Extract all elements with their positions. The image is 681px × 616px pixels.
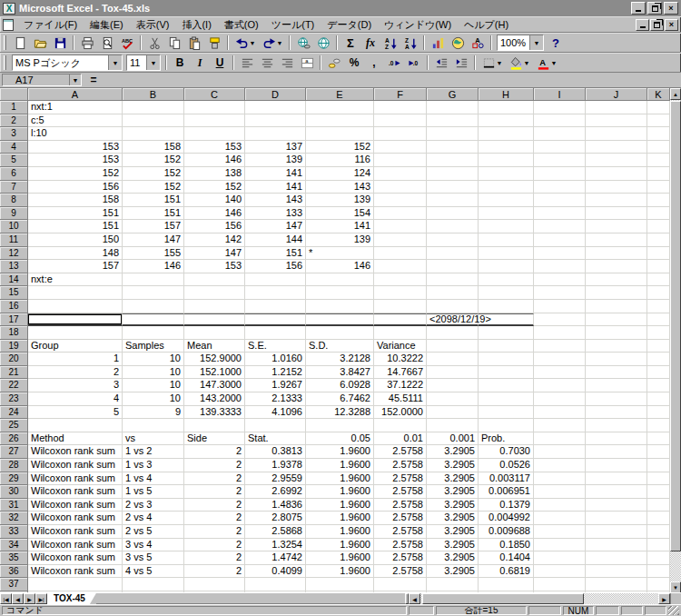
cell-J1[interactable] xyxy=(586,101,647,114)
select-all-corner[interactable] xyxy=(0,88,28,101)
cell-K36[interactable] xyxy=(647,565,670,579)
cell-D30[interactable]: 2.6992 xyxy=(245,485,306,499)
cell-F33[interactable]: 2.5758 xyxy=(374,525,427,539)
cell-A24[interactable]: 5 xyxy=(28,406,123,420)
cell-G15[interactable] xyxy=(427,286,479,300)
cell-H18[interactable] xyxy=(479,326,534,340)
cell-I35[interactable] xyxy=(534,551,586,565)
cell-A12[interactable]: 148 xyxy=(28,247,123,261)
sheet-tab-tox-45[interactable]: TOX-45 xyxy=(47,593,96,604)
cell-D35[interactable]: 1.4742 xyxy=(245,551,306,565)
cell-C15[interactable] xyxy=(184,286,245,300)
print-button[interactable] xyxy=(77,34,97,52)
cell-H23[interactable] xyxy=(479,392,534,406)
row-header-36[interactable]: 36 xyxy=(0,565,28,579)
cell-I23[interactable] xyxy=(534,392,586,406)
row-header-9[interactable]: 9 xyxy=(0,207,28,221)
cell-E6[interactable]: 124 xyxy=(306,167,374,181)
cell-C11[interactable]: 142 xyxy=(184,233,245,247)
cell-K28[interactable] xyxy=(647,459,670,472)
cell-A20[interactable]: 1 xyxy=(28,353,123,366)
cell-C19[interactable]: Mean xyxy=(184,340,245,353)
cell-B15[interactable] xyxy=(123,286,184,300)
undo-dropdown-icon[interactable]: ▼ xyxy=(250,40,256,46)
cell-K6[interactable] xyxy=(647,167,670,181)
cell-J6[interactable] xyxy=(586,167,647,181)
cell-A18[interactable] xyxy=(28,326,123,340)
cell-A5[interactable]: 153 xyxy=(28,154,123,167)
cell-F5[interactable] xyxy=(374,154,427,167)
cell-A11[interactable]: 150 xyxy=(28,233,123,247)
row-header-11[interactable]: 11 xyxy=(0,233,28,247)
cell-H27[interactable]: 0.7030 xyxy=(479,445,534,459)
cell-D13[interactable]: 156 xyxy=(245,260,306,273)
cell-C21[interactable]: 152.1000 xyxy=(184,366,245,380)
cell-I24[interactable] xyxy=(534,406,586,420)
cell-J18[interactable] xyxy=(586,326,647,340)
cell-J24[interactable] xyxy=(586,406,647,420)
cell-D31[interactable]: 1.4836 xyxy=(245,499,306,512)
menu-item-5[interactable]: 書式(O) xyxy=(218,17,265,33)
cell-K7[interactable] xyxy=(647,181,670,194)
cell-C1[interactable] xyxy=(184,101,245,114)
cell-B25[interactable] xyxy=(123,419,184,432)
cell-G24[interactable] xyxy=(427,406,479,420)
cell-J20[interactable] xyxy=(586,353,647,366)
cell-G1[interactable] xyxy=(427,101,479,114)
cell-I30[interactable] xyxy=(534,485,586,499)
cell-I11[interactable] xyxy=(534,233,586,247)
cell-K24[interactable] xyxy=(647,406,670,420)
cell-E30[interactable]: 1.9600 xyxy=(306,485,374,499)
fill-color-dropdown-icon[interactable]: ▼ xyxy=(524,60,530,66)
cell-J34[interactable] xyxy=(586,539,647,552)
cell-J15[interactable] xyxy=(586,286,647,300)
cell-E17[interactable] xyxy=(306,313,374,327)
column-header-E[interactable]: E xyxy=(306,88,374,101)
cell-B29[interactable]: 1 vs 4 xyxy=(123,472,184,486)
cell-E10[interactable]: 141 xyxy=(306,220,374,233)
cell-K33[interactable] xyxy=(647,525,670,539)
cell-C29[interactable]: 2 xyxy=(184,472,245,486)
cell-K27[interactable] xyxy=(647,445,670,459)
cell-F31[interactable]: 2.5758 xyxy=(374,499,427,512)
cell-F12[interactable] xyxy=(374,247,427,261)
cell-K17[interactable] xyxy=(647,313,670,327)
cell-B33[interactable]: 2 vs 5 xyxy=(123,525,184,539)
cell-B26[interactable]: vs xyxy=(123,432,184,446)
cell-H30[interactable]: 0.006951 xyxy=(479,485,534,499)
row-header-2[interactable]: 2 xyxy=(0,114,28,128)
cell-I22[interactable] xyxy=(534,379,586,392)
cell-H9[interactable] xyxy=(479,207,534,221)
cell-G38[interactable] xyxy=(427,591,479,592)
cell-E24[interactable]: 12.3288 xyxy=(306,406,374,420)
cell-D22[interactable]: 1.9267 xyxy=(245,379,306,392)
cell-K31[interactable] xyxy=(647,499,670,512)
cell-G34[interactable]: 3.2905 xyxy=(427,539,479,552)
first-sheet-icon[interactable]: |◀ xyxy=(0,593,12,604)
cell-E8[interactable]: 139 xyxy=(306,194,374,207)
cell-E37[interactable] xyxy=(306,578,374,591)
cell-K21[interactable] xyxy=(647,366,670,380)
cell-E5[interactable]: 116 xyxy=(306,154,374,167)
row-header-27[interactable]: 27 xyxy=(0,445,28,459)
cell-D25[interactable] xyxy=(245,419,306,432)
cell-B13[interactable]: 146 xyxy=(123,260,184,273)
cell-H13[interactable] xyxy=(479,260,534,273)
cell-J2[interactable] xyxy=(586,114,647,128)
row-header-35[interactable]: 35 xyxy=(0,551,28,565)
cell-I31[interactable] xyxy=(534,499,586,512)
cell-G37[interactable] xyxy=(427,578,479,591)
row-header-13[interactable]: 13 xyxy=(0,260,28,273)
cell-D5[interactable]: 139 xyxy=(245,154,306,167)
cell-F27[interactable]: 2.5758 xyxy=(374,445,427,459)
cell-B8[interactable]: 151 xyxy=(123,194,184,207)
cell-F6[interactable] xyxy=(374,167,427,181)
row-header-28[interactable]: 28 xyxy=(0,459,28,472)
cell-H24[interactable] xyxy=(479,406,534,420)
sort-ascending-button[interactable]: AZ xyxy=(380,34,400,52)
cell-I20[interactable] xyxy=(534,353,586,366)
cell-E34[interactable]: 1.9600 xyxy=(306,539,374,552)
borders-button[interactable]: ▼ xyxy=(479,54,506,72)
cell-A28[interactable]: Wilcoxon rank sum xyxy=(28,459,123,472)
cell-A32[interactable]: Wilcoxon rank sum xyxy=(28,512,123,525)
